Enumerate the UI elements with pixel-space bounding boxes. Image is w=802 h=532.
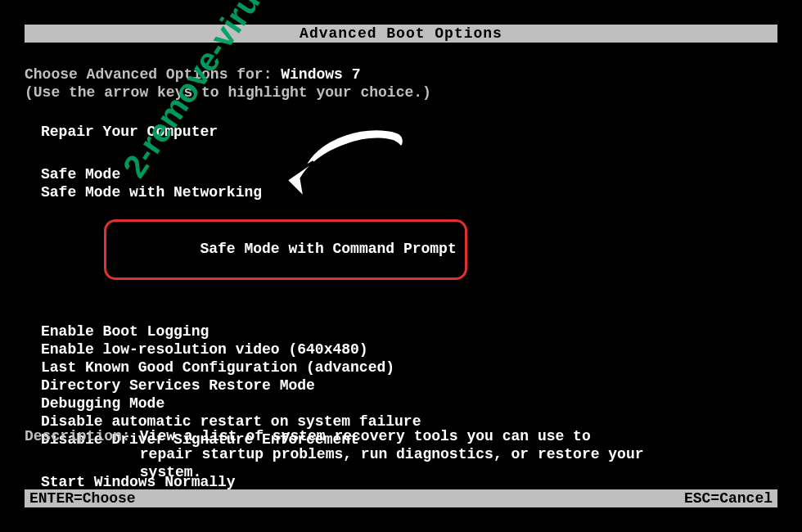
menu-item-safe-mode-command-prompt[interactable]: Safe Mode with Command Prompt bbox=[41, 201, 467, 298]
description-label: Description: bbox=[25, 427, 131, 445]
menu-item-debugging-mode[interactable]: Debugging Mode bbox=[41, 394, 467, 413]
menu-item-repair[interactable]: Repair Your Computer bbox=[41, 123, 467, 141]
subtitle-prefix: Choose Advanced Options for: bbox=[25, 66, 281, 83]
menu-item-boot-logging[interactable]: Enable Boot Logging bbox=[41, 322, 467, 340]
subtitle-hint: (Use the arrow keys to highlight your ch… bbox=[25, 84, 431, 101]
footer-esc-hint: ESC=Cancel bbox=[684, 489, 777, 507]
description-text: View a list of system recovery tools you… bbox=[140, 427, 647, 481]
advanced-boot-options-screen: Advanced Boot Options Choose Advanced Op… bbox=[0, 0, 802, 532]
os-name: Windows 7 bbox=[281, 66, 360, 83]
menu-item-label: Safe Mode with Command Prompt bbox=[200, 241, 456, 257]
menu-item-safe-mode-networking[interactable]: Safe Mode with Networking bbox=[41, 183, 467, 201]
menu-item-ds-restore-mode[interactable]: Directory Services Restore Mode bbox=[41, 376, 467, 394]
highlight-ring: Safe Mode with Command Prompt bbox=[104, 219, 466, 280]
menu-item-low-res-video[interactable]: Enable low-resolution video (640x480) bbox=[41, 340, 467, 358]
footer-enter-hint: ENTER=Choose bbox=[25, 489, 136, 507]
description-block: Description: View a list of system recov… bbox=[25, 427, 647, 481]
menu-item-last-known-good[interactable]: Last Known Good Configuration (advanced) bbox=[41, 358, 467, 376]
subtitle-block: Choose Advanced Options for: Windows 7 (… bbox=[25, 65, 431, 101]
title-bar: Advanced Boot Options bbox=[25, 25, 777, 43]
menu-item-safe-mode[interactable]: Safe Mode bbox=[41, 165, 467, 183]
footer-bar: ENTER=Choose ESC=Cancel bbox=[25, 489, 777, 507]
